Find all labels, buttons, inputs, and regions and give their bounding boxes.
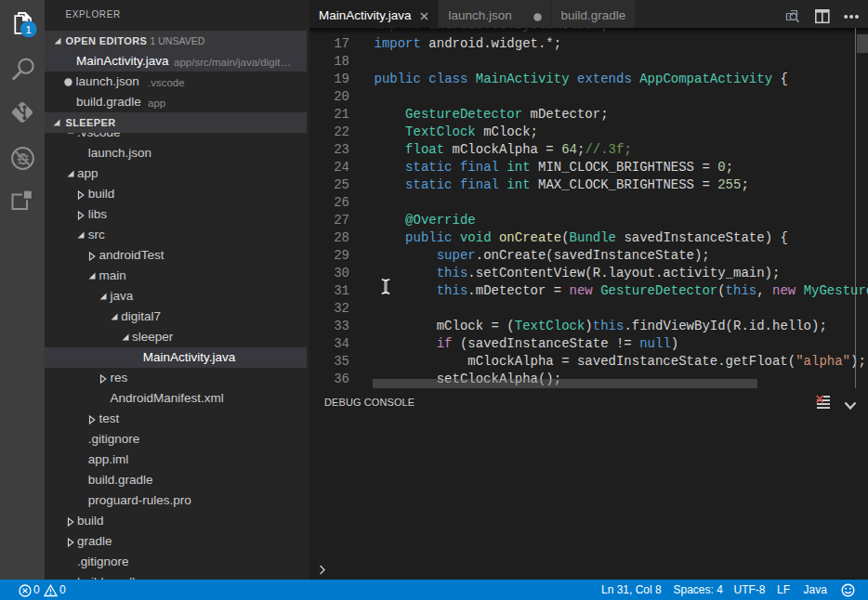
svg-text:1: 1 (26, 24, 32, 35)
